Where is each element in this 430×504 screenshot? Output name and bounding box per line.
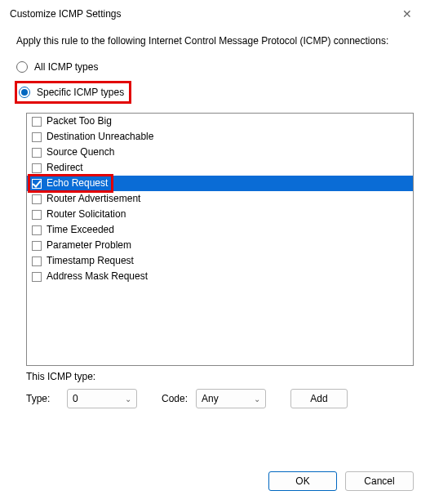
dialog-footer: OK Cancel: [268, 471, 414, 491]
list-item-label: Address Mask Request: [47, 270, 148, 283]
highlight-annotation: Specific ICMP types: [15, 81, 131, 104]
checkbox-icon[interactable]: [32, 179, 42, 189]
list-item-label: Router Solicitation: [47, 207, 126, 221]
checkbox-icon[interactable]: [32, 241, 42, 251]
list-item[interactable]: Parameter Problem: [27, 238, 413, 253]
list-item-label: Router Advertisement: [47, 192, 140, 206]
type-label: Type:: [26, 393, 59, 404]
list-item-label: Redirect: [47, 161, 83, 175]
radio-icon: [19, 87, 30, 98]
list-item[interactable]: Timestamp Request: [27, 253, 413, 269]
checkbox-icon[interactable]: [32, 256, 42, 266]
cancel-button[interactable]: Cancel: [345, 471, 414, 491]
list-item-label: Packet Too Big: [47, 114, 112, 128]
list-item-label: Echo Request: [47, 176, 108, 190]
list-item[interactable]: Router Solicitation: [27, 207, 413, 222]
this-icmp-type-label: This ICMP type:: [26, 371, 414, 382]
add-button[interactable]: Add: [290, 389, 348, 408]
close-icon: ✕: [402, 7, 412, 20]
list-item[interactable]: Destination Unreachable: [27, 129, 413, 145]
checkbox-icon[interactable]: [32, 210, 42, 220]
titlebar: Customize ICMP Settings ✕: [0, 0, 430, 25]
list-item-echo-request[interactable]: Echo Request: [27, 176, 413, 191]
window-title: Customize ICMP Settings: [10, 8, 122, 20]
checkbox-icon[interactable]: [32, 225, 42, 235]
list-item[interactable]: Router Advertisement: [27, 191, 413, 207]
icmp-type-list[interactable]: Packet Too Big Destination Unreachable S…: [26, 113, 414, 366]
description-text: Apply this rule to the following Interne…: [16, 34, 414, 47]
code-combo[interactable]: Any ⌄: [196, 389, 266, 408]
list-item-label: Timestamp Request: [47, 254, 134, 268]
checkbox-icon[interactable]: [32, 132, 42, 142]
highlight-annotation: Echo Request: [28, 174, 113, 193]
type-value: 0: [73, 393, 78, 404]
checkbox-icon[interactable]: [32, 194, 42, 204]
radio-specific-icmp[interactable]: Specific ICMP types: [16, 78, 414, 106]
radio-label: Specific ICMP types: [37, 87, 124, 98]
ok-button[interactable]: OK: [268, 471, 337, 491]
list-item[interactable]: Time Exceeded: [27, 222, 413, 238]
ok-label: OK: [295, 475, 309, 487]
content-area: Apply this rule to the following Interne…: [0, 25, 430, 412]
list-item[interactable]: Source Quench: [27, 145, 413, 160]
cancel-label: Cancel: [364, 475, 394, 487]
radio-label: All ICMP types: [34, 61, 98, 73]
code-value: Any: [202, 393, 219, 404]
chevron-down-icon: ⌄: [125, 395, 131, 404]
type-row: Type: 0 ⌄ Code: Any ⌄ Add: [26, 389, 414, 408]
checkbox-icon[interactable]: [32, 163, 42, 173]
checkbox-icon[interactable]: [32, 148, 42, 158]
list-item[interactable]: Address Mask Request: [27, 269, 413, 284]
radio-all-icmp[interactable]: All ICMP types: [16, 59, 414, 75]
list-item-label: Parameter Problem: [47, 239, 131, 252]
code-label: Code:: [162, 393, 188, 404]
checkbox-icon[interactable]: [32, 117, 42, 127]
list-item-label: Source Quench: [47, 145, 114, 159]
close-button[interactable]: ✕: [392, 4, 422, 24]
add-label: Add: [310, 393, 327, 404]
list-item-label: Time Exceeded: [47, 223, 114, 237]
checkbox-icon[interactable]: [32, 272, 42, 282]
chevron-down-icon: ⌄: [254, 395, 260, 404]
list-item-label: Destination Unreachable: [47, 130, 153, 144]
list-item[interactable]: Packet Too Big: [27, 114, 413, 129]
type-combo[interactable]: 0 ⌄: [67, 389, 137, 408]
radio-icon: [16, 61, 28, 73]
